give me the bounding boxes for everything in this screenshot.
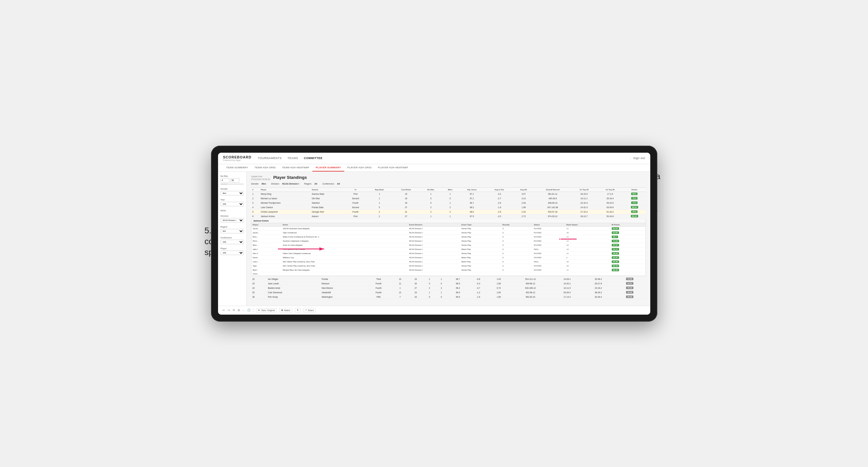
more-icon[interactable]: ··· (242, 309, 245, 312)
year-label: Year (221, 198, 244, 201)
copy-icon[interactable]: ⧉ (238, 309, 240, 312)
subnav-team-h2h-grid[interactable]: TEAM H2H GRID (251, 164, 279, 172)
event-row[interactable]: Mott IMirabel Maui Jim IntercollegiateNC… (251, 268, 646, 272)
arrow-top-right (559, 234, 578, 244)
vs25: 29-15-0 (571, 192, 597, 196)
standings-table: # Player School Yr Reg Rank Conf Rank No… (251, 187, 646, 219)
undo-icon[interactable]: ↩ (222, 309, 225, 312)
col-adj-score: Adj. Score (458, 187, 486, 192)
table-row[interactable]: 2 Michael La Sasso Ole Miss Second11800 … (251, 196, 646, 200)
table-row[interactable]: 3 Michael Thorbjornsen Stanford Fourth11… (251, 200, 646, 205)
page-title: Player Standings (273, 175, 646, 180)
nav-teams[interactable]: TEAMS (287, 155, 298, 161)
player-label: Player (221, 247, 244, 250)
table-row[interactable]: 24 Bastien Amat New Mexico Fourth12722 6… (251, 286, 646, 290)
filter-division-label: Division: (271, 183, 280, 185)
sub-nav: TEAM SUMMARY TEAM H2H GRID TEAM H2H HEAT… (218, 164, 650, 172)
wins: 1 (442, 192, 458, 196)
sidebar-niche: Niche (221, 210, 244, 212)
toolbar-divider (253, 308, 253, 312)
subnav-team-h2h-heatmap[interactable]: TEAM H2H HEATMAP (279, 164, 313, 172)
watch-label: Watch (284, 309, 290, 311)
table-row[interactable]: 22 Ian Gilligan Florida Third102411 68.7… (251, 277, 646, 281)
watch-icon: ◉ (281, 309, 283, 311)
region-select[interactable]: N/A (221, 229, 244, 234)
content-header: Update time: 27/01/2024 16:56:26 Player … (251, 175, 646, 181)
col-vs25: Vs Top 25 (571, 187, 597, 192)
event-row[interactable]: TigerSEC Stroke Play hosted by Jerry Pat… (251, 263, 646, 268)
sidebar-player: Player (All) (221, 247, 244, 255)
event-row[interactable]: Jacob...Tiger InvitationalNCAA Division … (251, 230, 646, 235)
filter-region-label: Region: (304, 183, 312, 185)
no-rds-from[interactable] (221, 178, 229, 183)
filter-division: Division: NCAA Division I (271, 183, 299, 185)
bottom-toolbar: ↩ ↪ ⟳ ⧉ ··· 🕐 👁 View: Original ◉ Watch ⬇ (218, 306, 650, 315)
logo-sub: Powered by clippi (223, 159, 251, 161)
no-rds-to[interactable] (230, 178, 239, 183)
conference-select[interactable]: (All) (221, 240, 244, 244)
gender-select[interactable]: Men (221, 191, 244, 195)
no-rds: 1 (420, 192, 442, 196)
table-row[interactable]: 6 Jackson Kohon Auburn First22711 67.5-2… (251, 214, 646, 218)
col-rank-impact: Rank Impact (565, 223, 611, 227)
event-row[interactable]: Yochi... (251, 272, 646, 275)
table-row[interactable]: 4 Luke Clanton Florida State Second52722… (251, 205, 646, 210)
division-select[interactable]: NCAA Division I (221, 218, 244, 222)
share-label: Share (308, 309, 314, 311)
lower-standings-table: 22 Ian Gilligan Florida Third102411 68.7… (251, 277, 646, 299)
table-row-highlighted[interactable]: 5 Christo Lamprecht Georgia Tech Fourth2… (251, 210, 646, 214)
year-select[interactable]: (All) (221, 202, 244, 206)
event-row[interactable]: Luke ISEC Match Play hosted by Jerry Pat… (251, 259, 646, 263)
nav-tournaments[interactable]: TOURNAMENTS (258, 155, 282, 161)
hover-table-header: Jackson Kohon (251, 219, 646, 223)
share-btn[interactable]: ↗ Share (303, 308, 316, 312)
tablet-screen: SCOREBOARD Powered by clippi TOURNAMENTS… (218, 153, 650, 315)
table-row[interactable]: 23 Jack Lundin Missouri Fourth113400 68.… (251, 281, 646, 286)
sidebar-no-rds: No Rds. (221, 175, 244, 185)
rank: 1 (251, 192, 259, 196)
clock-icon[interactable]: 🕐 (247, 309, 251, 312)
redo-icon[interactable]: ↪ (227, 309, 230, 312)
col-rank: # (251, 187, 259, 192)
filter-region-value: All (314, 183, 317, 185)
subnav-team-summary[interactable]: TEAM SUMMARY (223, 164, 251, 172)
logo-text: SCOREBOARD (223, 155, 251, 159)
view-original-btn[interactable]: 👁 View: Original (256, 308, 277, 312)
subnav-player-h2h-heatmap[interactable]: PLAYER H2H HEATMAP (375, 164, 411, 172)
download-btn[interactable]: ⬇ (295, 308, 301, 312)
event-row[interactable]: Bren...Wake Forest Invitational at Pineh… (251, 235, 646, 239)
filter-division-value: NCAA Division I (282, 183, 299, 185)
col-no-rds: No Rds. (420, 187, 442, 192)
sign-out-button[interactable]: Sign out (633, 155, 645, 161)
separator-icon: | (630, 157, 630, 160)
subnav-player-h2h-grid[interactable]: PLAYER H2H GRID (344, 164, 375, 172)
sidebar: No Rds. Gender Men Year (218, 172, 247, 306)
refresh-icon[interactable]: ⟳ (233, 309, 235, 312)
download-icon: ⬇ (297, 309, 299, 311)
col-rounds: Rounds (501, 223, 533, 227)
sidebar-region: Region N/A (221, 226, 244, 234)
points[interactable]: 88.2 (623, 192, 646, 196)
watch-btn[interactable]: ◉ Watch (279, 308, 292, 312)
arrow-bottom-left (278, 243, 329, 255)
table-row[interactable]: 26 Petr Hruby Washington Fifth72300 69.6… (251, 294, 646, 299)
col-reg-rank: Reg Rank (366, 187, 392, 192)
subnav-player-summary[interactable]: PLAYER SUMMARY (312, 164, 344, 172)
col-avg-sg: Avg SG (513, 187, 534, 192)
event-row[interactable]: Jacob...UNCW Seahawk IntercollegiateNCAA… (251, 226, 646, 230)
col-points: Points (623, 187, 646, 192)
table-row[interactable]: 1 Wenyi Ding Arizona State First 1 15 1 … (251, 192, 646, 196)
player-select[interactable]: (All) (221, 251, 244, 255)
col-event: Event (281, 223, 408, 227)
nav-committee[interactable]: COMMITTEE (304, 155, 322, 161)
event-row[interactable]: DavidWilliams CupNCAA Division IMatch Pl… (251, 255, 646, 259)
region-label: Region (221, 226, 244, 228)
col-conf-rank: Conf Rank (393, 187, 420, 192)
sidebar-gender: Gender Men (221, 188, 244, 195)
avg-sg: 3.07 (513, 192, 534, 196)
filter-conference-value: All (337, 183, 340, 185)
col-player: Player (251, 223, 281, 227)
col-status: Status (533, 223, 565, 227)
conference-label: Conference (221, 237, 244, 239)
table-row[interactable]: 25 Cole Sherwood Vanderbilt Fourth122311… (251, 290, 646, 294)
